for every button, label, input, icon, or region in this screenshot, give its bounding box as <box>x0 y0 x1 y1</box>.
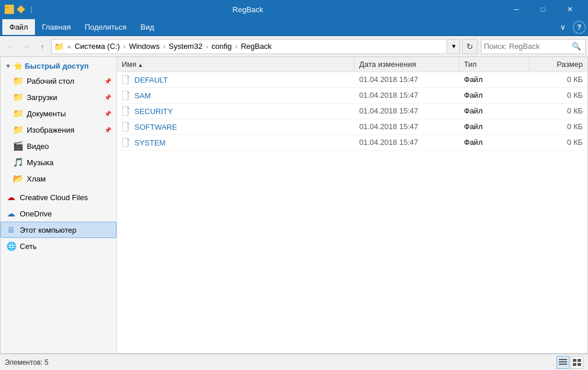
address-dropdown-button[interactable]: ▼ <box>448 39 460 54</box>
sidebar-item-video[interactable]: 🎬 Видео <box>1 138 116 154</box>
window-title: RegBack <box>0 5 503 14</box>
maximize-button[interactable]: □ <box>530 0 557 19</box>
help-button[interactable]: ? <box>573 21 586 34</box>
address-path[interactable]: 📁 « Система (C:) › Windows › System32 › … <box>51 39 447 54</box>
file-size-default: 0 КБ <box>529 72 587 87</box>
view-details-button[interactable] <box>557 356 569 369</box>
downloads-pin-icon: 📌 <box>104 94 111 101</box>
file-date-security: 01.04.2018 15:47 <box>355 104 459 119</box>
sidebar-item-documents-label: Документы <box>27 109 66 118</box>
forward-button[interactable]: → <box>19 39 34 54</box>
sidebar-item-this-pc[interactable]: 🖥 Этот компьютер <box>1 222 116 238</box>
sidebar-item-downloads-label: Загрузки <box>27 93 57 102</box>
sidebar-item-network[interactable]: 🌐 Сеть <box>1 238 116 254</box>
svg-rect-19 <box>578 363 581 366</box>
tab-file[interactable]: Файл <box>2 19 35 35</box>
file-type-system: Файл <box>459 135 529 150</box>
sidebar-item-music[interactable]: 🎵 Музыка <box>1 154 116 170</box>
sidebar-item-downloads[interactable]: 📁 Загрузки 📌 <box>1 89 116 105</box>
sidebar-item-creative-cloud[interactable]: ☁ Creative Cloud Files <box>1 189 116 205</box>
table-row[interactable]: SYSTEM 01.04.2018 15:47 Файл 0 КБ <box>117 135 587 151</box>
svg-marker-12 <box>127 138 130 140</box>
sidebar-item-onedrive-label: OneDrive <box>20 209 52 218</box>
sidebar-item-desktop[interactable]: 📁 Рабочий стол 📌 <box>1 73 116 89</box>
file-type-default: Файл <box>459 72 529 87</box>
documents-folder-icon: 📁 <box>13 108 23 119</box>
table-row[interactable]: SECURITY 01.04.2018 15:47 Файл 0 КБ <box>117 104 587 119</box>
svg-rect-13 <box>559 359 567 360</box>
file-type-sam: Файл <box>459 88 529 103</box>
breadcrumb-config[interactable]: config <box>209 41 234 52</box>
trash-folder-icon: 📂 <box>13 173 23 184</box>
col-header-name[interactable]: Имя <box>117 57 355 72</box>
statusbar: Элементов: 5 <box>0 354 588 370</box>
ribbon-collapse-button[interactable]: ∨ <box>555 20 571 34</box>
file-date-system: 01.04.2018 15:47 <box>355 135 459 150</box>
file-type-software: Файл <box>459 119 529 134</box>
sidebar-item-onedrive[interactable]: ☁ OneDrive <box>1 205 116 222</box>
file-date-sam: 01.04.2018 15:47 <box>355 88 459 103</box>
file-list: Имя Дата изменения Тип Размер DEFAULT 01… <box>117 57 587 353</box>
search-box: 🔍 <box>481 39 586 54</box>
quick-access-header[interactable]: ▼ ⭐ Быстрый доступ <box>1 59 116 73</box>
file-icon-system <box>122 138 131 147</box>
search-input[interactable] <box>484 42 571 51</box>
col-header-size[interactable]: Размер <box>529 57 587 72</box>
search-button[interactable]: 🔍 <box>571 39 583 54</box>
breadcrumb-windows[interactable]: Windows <box>126 41 162 52</box>
tab-share[interactable]: Поделиться <box>77 19 133 35</box>
desktop-pin-icon: 📌 <box>104 78 111 84</box>
tab-view[interactable]: Вид <box>133 19 161 35</box>
images-pin-icon: 📌 <box>104 127 111 133</box>
svg-rect-17 <box>578 359 581 362</box>
sidebar-item-video-label: Видео <box>27 142 49 151</box>
table-row[interactable]: SOFTWARE 01.04.2018 15:47 Файл 0 КБ <box>117 119 587 135</box>
music-folder-icon: 🎵 <box>13 157 23 168</box>
col-header-type[interactable]: Тип <box>459 57 529 72</box>
file-name-sam: SAM <box>117 88 355 103</box>
file-name-system: SYSTEM <box>117 135 355 150</box>
tab-home[interactable]: Главная <box>35 19 77 35</box>
quick-access-label: ⭐ Быстрый доступ <box>13 62 88 70</box>
breadcrumb-c[interactable]: Система (C:) <box>72 41 122 52</box>
col-header-date[interactable]: Дата изменения <box>355 57 459 72</box>
minimize-button[interactable]: ─ <box>503 0 530 19</box>
file-size-sam: 0 КБ <box>529 88 587 103</box>
back-button[interactable]: ← <box>2 39 17 54</box>
svg-rect-14 <box>559 361 567 362</box>
file-icon-sam <box>122 91 131 100</box>
images-folder-icon: 📁 <box>13 124 23 135</box>
quick-access-chevron: ▼ <box>5 63 11 69</box>
sidebar-item-music-label: Музыка <box>27 158 54 167</box>
sidebar-item-network-label: Сеть <box>20 242 37 251</box>
video-folder-icon: 🎬 <box>13 141 23 151</box>
file-name-default: DEFAULT <box>117 72 355 87</box>
sidebar-item-trash[interactable]: 📂 Хлам <box>1 170 116 187</box>
up-button[interactable]: ↑ <box>35 39 50 54</box>
breadcrumb-folder-icon: 📁 <box>54 42 64 51</box>
sidebar-item-images-label: Изображения <box>27 126 75 134</box>
onedrive-icon: ☁ <box>6 208 16 219</box>
svg-rect-15 <box>559 364 567 365</box>
file-icon-security <box>122 106 131 116</box>
svg-rect-11 <box>122 138 128 147</box>
items-count: Элементов: 5 <box>5 358 48 367</box>
sidebar-item-creative-cloud-label: Creative Cloud Files <box>20 193 88 202</box>
desktop-folder-icon: 📁 <box>13 76 23 86</box>
table-row[interactable]: SAM 01.04.2018 15:47 Файл 0 КБ <box>117 88 587 104</box>
view-tiles-button[interactable] <box>571 356 583 369</box>
table-row[interactable]: DEFAULT 01.04.2018 15:47 Файл 0 КБ <box>117 72 587 88</box>
file-type-security: Файл <box>459 104 529 119</box>
sidebar-item-images[interactable]: 📁 Изображения 📌 <box>1 122 116 138</box>
sidebar-item-documents[interactable]: 📁 Документы 📌 <box>1 105 116 122</box>
quick-access-section: ▼ ⭐ Быстрый доступ 📁 Рабочий стол 📌 📁 За… <box>1 59 116 187</box>
file-name-security: SECURITY <box>117 104 355 119</box>
svg-rect-18 <box>573 363 576 366</box>
svg-marker-10 <box>127 122 130 124</box>
breadcrumb-system32[interactable]: System32 <box>167 41 205 52</box>
main-area: ▼ ⭐ Быстрый доступ 📁 Рабочий стол 📌 📁 За… <box>0 57 588 354</box>
downloads-folder-icon: 📁 <box>13 92 23 102</box>
close-button[interactable]: ✕ <box>557 0 583 19</box>
breadcrumb-regback[interactable]: RegBack <box>239 41 274 52</box>
refresh-button[interactable]: ↻ <box>462 39 477 54</box>
